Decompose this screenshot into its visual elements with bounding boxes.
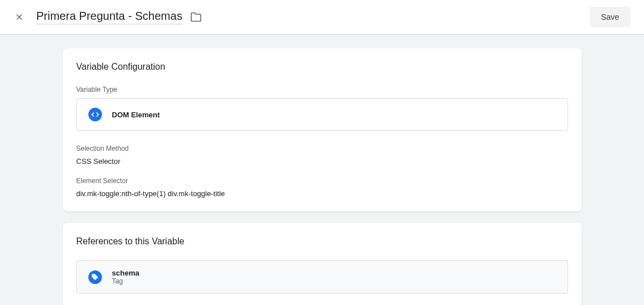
element-selector-value: div.mk-toggle:nth-of-type(1) div.mk-togg…: [76, 189, 568, 198]
variable-type-label: Variable Type: [76, 86, 568, 94]
reference-type: Tag: [112, 277, 139, 285]
code-icon: [91, 111, 99, 118]
references-card: References to this Variable schema Tag: [63, 223, 582, 305]
tag-icon-wrapper: [88, 270, 102, 284]
selection-method-field: Selection Method CSS Selector: [76, 145, 568, 166]
reference-item[interactable]: schema Tag: [76, 260, 568, 294]
element-selector-field: Element Selector div.mk-toggle:nth-of-ty…: [76, 177, 568, 198]
element-selector-label: Element Selector: [76, 177, 568, 185]
references-card-title: References to this Variable: [76, 236, 568, 247]
folder-button[interactable]: [190, 11, 202, 23]
config-card-title: Variable Configuration: [76, 62, 568, 72]
variable-configuration-card: Variable Configuration Variable Type DOM…: [63, 48, 582, 211]
content-area: Variable Configuration Variable Type DOM…: [0, 35, 644, 305]
reference-text: schema Tag: [112, 269, 139, 285]
page-header: Primera Pregunta - Schemas Save: [0, 0, 644, 35]
reference-name: schema: [112, 269, 139, 277]
variable-type-selector[interactable]: DOM Element: [76, 98, 568, 131]
close-icon: [14, 12, 24, 22]
save-button[interactable]: Save: [590, 7, 630, 27]
page-title[interactable]: Primera Pregunta - Schemas: [36, 10, 182, 24]
folder-icon: [190, 11, 202, 23]
header-left: Primera Pregunta - Schemas: [14, 10, 202, 24]
selection-method-label: Selection Method: [76, 145, 568, 152]
variable-type-name: DOM Element: [112, 111, 160, 119]
title-container: Primera Pregunta - Schemas: [36, 10, 202, 24]
close-button[interactable]: [14, 11, 25, 23]
dom-element-icon-wrapper: [88, 108, 102, 121]
selection-method-value: CSS Selector: [76, 157, 568, 166]
tag-icon: [91, 273, 99, 281]
